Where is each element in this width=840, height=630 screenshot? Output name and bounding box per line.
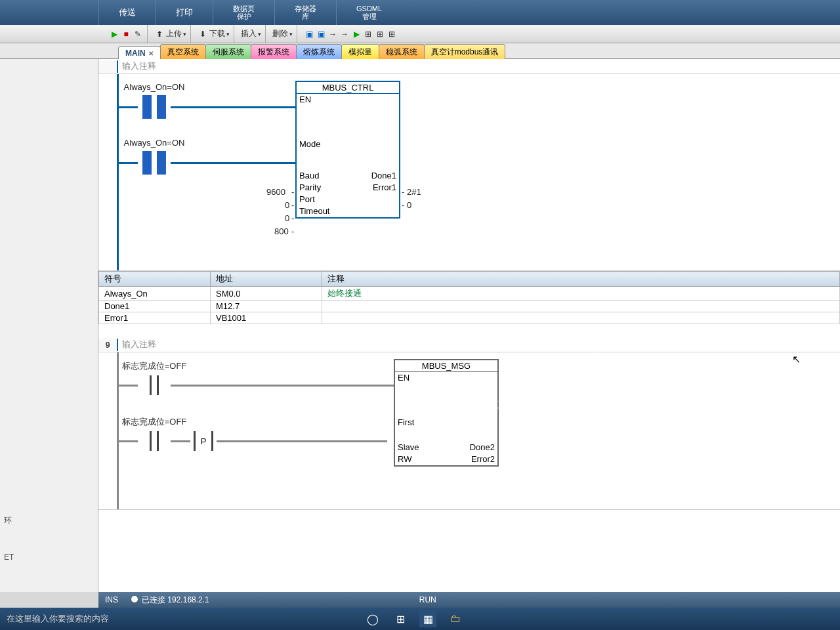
menu-stub[interactable] (0, 0, 98, 25)
stop-icon[interactable]: ■ (121, 29, 131, 39)
run-icon[interactable]: ▶ (109, 29, 119, 39)
menu-storage[interactable]: 存储器 库 (274, 0, 336, 25)
table-row: Error1VB1001 (99, 312, 840, 324)
left-label-1: 环 (4, 515, 94, 526)
edit-icon[interactable]: ✎ (133, 29, 143, 39)
col-addr[interactable]: 地址 (211, 272, 322, 287)
close-icon[interactable]: ✕ (148, 50, 154, 57)
fbox-title-2: MBUS_MSG (395, 360, 497, 372)
upload-label[interactable]: 上传 (166, 28, 182, 39)
sub-toolbar: ▶ ■ ✎ ⬆ 上传 ▾ ⬇ 下载 ▾ 插入 ▾ 删除 ▾ ▣ ▣ → → ▶ … (0, 25, 840, 43)
table-row: Always_OnSM0.0始终接通 (99, 287, 840, 301)
tab-alarm[interactable]: 报警系统 (251, 44, 297, 59)
timeout-val: 800 (274, 226, 289, 236)
tab-smelt[interactable]: 熔炼系统 (296, 44, 342, 59)
tool-icon-2[interactable]: ▣ (316, 29, 326, 39)
symbol-table[interactable]: 符号 地址 注释 Always_OnSM0.0始终接通 Done1M12.7 E… (98, 271, 840, 324)
app-icon-1[interactable]: ▦ (419, 610, 436, 627)
col-comment[interactable]: 注释 (322, 272, 840, 287)
tool-icon-8[interactable]: ⊞ (387, 29, 397, 39)
tool-icon-3[interactable]: → (327, 29, 338, 39)
tool-icon-6[interactable]: ⊞ (363, 29, 373, 39)
tool-icon-5[interactable]: ▶ (351, 29, 362, 39)
done1-val: 2#1 (407, 187, 421, 197)
tab-analog[interactable]: 模拟量 (341, 44, 379, 59)
network-body-9[interactable]: 标志完成位=OFF 标志完成位=OFF P MBUS_MSG (98, 352, 840, 510)
network-num-9: 9 (98, 339, 118, 351)
explorer-icon[interactable]: 🗀 (447, 610, 464, 627)
taskview-icon[interactable]: ⊞ (392, 610, 409, 627)
error1-val: 0 (407, 200, 411, 210)
network-comment-9[interactable]: 输入注释 (118, 337, 160, 352)
col-symbol[interactable]: 符号 (99, 272, 211, 287)
network-body-1[interactable]: Always_On=ON Always_On=ON MBUS_CTRL EN (98, 74, 840, 271)
contact-flag-2[interactable]: 标志完成位=OFF (138, 428, 171, 454)
delete-label[interactable]: 删除 (272, 28, 288, 39)
taskbar: 在这里输入你要搜索的内容 ◯ ⊞ ▦ 🗀 (0, 608, 840, 630)
network-comment[interactable]: 输入注释 (118, 59, 160, 74)
baud-val: 9600 (266, 187, 285, 197)
download-icon[interactable]: ⬇ (198, 29, 208, 39)
contact-always-on-2[interactable]: Always_On=ON (138, 150, 171, 176)
left-pane: 环 ET (0, 59, 98, 592)
tab-modbus[interactable]: 真空计modbus通讯 (424, 44, 506, 59)
fbox-mbus-ctrl[interactable]: MBUS_CTRL EN Mode BaudDone1 ParityError1… (295, 81, 400, 219)
fbox-mbus-msg[interactable]: MBUS_MSG EN First SlaveDone2 RWError2 (394, 359, 499, 467)
top-menu: 传送 打印 数据页 保护 存储器 库 GSDML 管理 (0, 0, 840, 25)
download-label[interactable]: 下载 (209, 28, 225, 39)
menu-datapage[interactable]: 数据页 保护 (213, 0, 274, 25)
status-run: RUN (419, 595, 436, 604)
contact-p[interactable]: P (190, 428, 217, 454)
contact-flag-1[interactable]: 标志完成位=OFF (138, 372, 171, 398)
status-bar: INS 已连接 192.168.2.1 RUN (98, 592, 840, 608)
fbox-title: MBUS_CTRL (297, 82, 399, 94)
parity-val: 0 (285, 200, 289, 210)
tab-vacuum[interactable]: 真空系统 (160, 44, 206, 59)
menu-transfer[interactable]: 传送 (98, 0, 156, 25)
port-val: 0 (285, 213, 289, 223)
search-input[interactable]: 在这里输入你要搜索的内容 (7, 613, 164, 625)
tool-icon-7[interactable]: ⊞ (375, 29, 385, 39)
menu-print[interactable]: 打印 (156, 0, 213, 25)
tab-arc[interactable]: 稳弧系统 (379, 44, 425, 59)
connection-dot-icon (131, 596, 138, 602)
status-conn: 已连接 192.168.2.1 (142, 595, 209, 604)
contact-always-on-1[interactable]: Always_On=ON (138, 94, 171, 120)
tool-icon-4[interactable]: → (339, 29, 350, 39)
ladder-editor[interactable]: 输入注释 Always_On=ON Always_On=ON (98, 59, 840, 592)
tab-main[interactable]: MAIN✕ (118, 46, 161, 59)
cortana-icon[interactable]: ◯ (364, 610, 381, 627)
menu-gsdml[interactable]: GSDML 管理 (336, 0, 402, 25)
insert-label[interactable]: 插入 (241, 28, 257, 39)
status-ins: INS (105, 595, 118, 604)
tabs-row: MAIN✕ 真空系统 伺服系统 报警系统 熔炼系统 模拟量 稳弧系统 真空计mo… (0, 43, 840, 59)
network-num (98, 60, 118, 73)
table-row: Done1M12.7 (99, 301, 840, 312)
upload-icon[interactable]: ⬆ (154, 29, 165, 39)
left-label-2: ET (4, 553, 94, 562)
tab-servo[interactable]: 伺服系统 (205, 44, 251, 59)
tool-icon-1[interactable]: ▣ (304, 29, 314, 39)
